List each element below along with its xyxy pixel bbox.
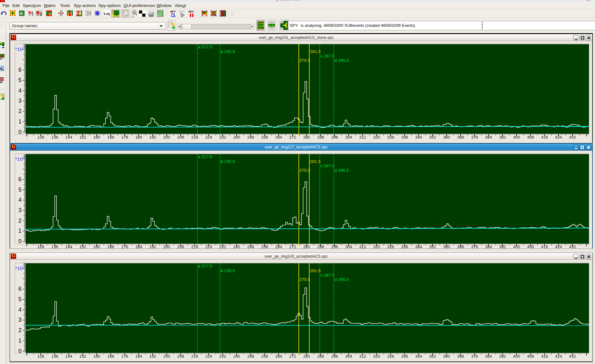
svg-text:281.5: 281.5: [310, 159, 321, 164]
svg-text:424: 424: [555, 135, 562, 140]
svg-text:288: 288: [317, 244, 324, 249]
svg-text:352: 352: [429, 354, 436, 359]
svg-text:400: 400: [513, 135, 520, 140]
svg-text:SEL: SEL: [0, 57, 3, 60]
svg-text:136: 136: [51, 135, 58, 140]
svg-text:224: 224: [205, 244, 212, 249]
svg-text:328: 328: [387, 135, 394, 140]
svg-text:3: 3: [23, 155, 25, 159]
svg-text:4: 4: [18, 87, 21, 94]
svg-text:2: 2: [18, 218, 21, 224]
svg-text:352: 352: [429, 244, 436, 249]
svg-text:312: 312: [359, 354, 366, 359]
svg-text:360: 360: [443, 135, 450, 140]
svg-text:368: 368: [457, 135, 464, 140]
svg-text:312: 312: [359, 135, 366, 140]
svg-text:400: 400: [513, 244, 520, 249]
svg-text:5: 5: [18, 296, 21, 302]
svg-text:184: 184: [135, 354, 142, 359]
svg-text:3: 3: [18, 207, 21, 213]
svg-text:b 230.5: b 230.5: [221, 268, 235, 273]
svg-text:136: 136: [51, 244, 58, 249]
svg-text:240: 240: [233, 354, 240, 359]
svg-text:416: 416: [541, 135, 548, 140]
svg-text:281.5: 281.5: [310, 49, 321, 54]
svg-text:3: 3: [18, 317, 21, 323]
svg-text:264: 264: [275, 135, 282, 140]
svg-text:4: 4: [18, 307, 21, 313]
svg-text:360: 360: [443, 354, 450, 359]
svg-text:0: 0: [18, 348, 21, 354]
svg-text:5: 5: [18, 77, 21, 83]
svg-text:376: 376: [471, 354, 478, 359]
svg-text:275.5: 275.5: [300, 58, 310, 63]
svg-text:264: 264: [275, 244, 282, 249]
svg-text:224: 224: [205, 135, 212, 140]
svg-text:184: 184: [135, 244, 142, 249]
svg-text:6: 6: [18, 286, 21, 292]
svg-text:424: 424: [555, 354, 562, 359]
svg-text:c 287.5: c 287.5: [320, 54, 334, 58]
svg-text:248: 248: [247, 135, 254, 140]
svg-text:200: 200: [163, 354, 170, 359]
svg-text:352: 352: [429, 135, 436, 140]
svg-text:176: 176: [121, 135, 128, 140]
svg-text:2: 2: [18, 108, 21, 114]
svg-text:320: 320: [373, 244, 380, 249]
svg-text:256: 256: [261, 354, 268, 359]
svg-text:200: 200: [163, 135, 170, 140]
svg-text:0: 0: [18, 129, 21, 135]
svg-text:336: 336: [401, 244, 408, 249]
svg-text:232: 232: [219, 135, 226, 140]
svg-text:304: 304: [345, 135, 352, 140]
svg-text:168: 168: [107, 135, 114, 140]
svg-text:SPY: SPY: [170, 10, 176, 13]
svg-text:344: 344: [415, 354, 422, 359]
svg-text:320: 320: [373, 135, 380, 140]
svg-text:208: 208: [177, 135, 184, 140]
svg-text:3: 3: [23, 45, 25, 49]
svg-text:224: 224: [205, 354, 212, 359]
svg-text:6: 6: [18, 176, 21, 182]
svg-text:272: 272: [289, 244, 296, 249]
svg-text:5: 5: [18, 187, 21, 193]
svg-text:288: 288: [317, 135, 324, 140]
svg-text:296: 296: [331, 354, 338, 359]
svg-text:128: 128: [37, 354, 44, 359]
svg-text:144: 144: [65, 354, 72, 359]
svg-text:240: 240: [233, 244, 240, 249]
svg-text:408: 408: [527, 135, 534, 140]
svg-text:208: 208: [177, 244, 184, 249]
svg-text:304: 304: [345, 354, 352, 359]
svg-text:Log: Log: [104, 12, 110, 15]
svg-text:312: 312: [359, 244, 366, 249]
svg-text:360: 360: [443, 244, 450, 249]
svg-text:b 230.5: b 230.5: [221, 49, 235, 54]
svg-text:432: 432: [569, 244, 576, 249]
svg-text:a 217.5: a 217.5: [198, 45, 212, 49]
svg-text:1: 1: [18, 337, 21, 344]
svg-text:288: 288: [317, 354, 324, 359]
svg-text:S: S: [0, 45, 1, 48]
svg-text:344: 344: [415, 135, 422, 140]
svg-text:2D: 2D: [131, 15, 134, 18]
svg-text:d 295.5: d 295.5: [334, 277, 349, 282]
svg-text:2: 2: [32, 13, 33, 16]
svg-text:128: 128: [37, 135, 44, 140]
svg-text:SPY: SPY: [179, 10, 185, 13]
svg-text:336: 336: [401, 354, 408, 359]
svg-text:192: 192: [149, 244, 156, 249]
svg-text:216: 216: [191, 354, 198, 359]
svg-text:400: 400: [513, 354, 520, 359]
svg-text:3: 3: [18, 98, 21, 104]
svg-text:a 217.5: a 217.5: [198, 154, 212, 159]
svg-text:408: 408: [527, 354, 534, 359]
svg-text:192: 192: [149, 135, 156, 140]
svg-text:*10: *10: [15, 266, 23, 271]
svg-text:256: 256: [261, 244, 268, 249]
svg-text:168: 168: [107, 244, 114, 249]
svg-text:192: 192: [149, 354, 156, 359]
svg-text:432: 432: [569, 135, 576, 140]
svg-text:272: 272: [289, 354, 296, 359]
svg-text:d 295.5: d 295.5: [334, 168, 349, 173]
